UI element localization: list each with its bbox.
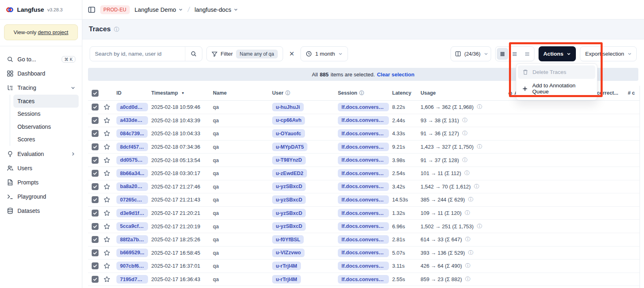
sidebar-item-sessions[interactable]: Sessions (13, 108, 79, 121)
table-row[interactable]: a0cd0d9...2025-02-18 10:59:46qau-huJhuJi… (88, 101, 640, 114)
trace-id-badge[interactable]: 5cca9cf2... (116, 222, 148, 231)
bookmark-star-icon[interactable] (103, 157, 116, 164)
info-icon[interactable]: ⓘ (462, 117, 468, 124)
trace-id-badge[interactable]: 8dcf4574... (116, 143, 148, 151)
menu-item-delete-traces[interactable]: Delete Traces (518, 65, 595, 79)
sidebar-item-prompts[interactable]: Prompts (3, 175, 79, 189)
table-row[interactable]: 88f2a7b0...2025-02-17 18:25:26qau-f0YfBS… (88, 233, 640, 247)
column-header-timestamp[interactable]: Timestamp▼ (151, 90, 213, 96)
row-height-medium-icon[interactable] (509, 48, 520, 60)
user-badge[interactable]: u-yzSBxcD (272, 209, 306, 217)
trace-id-badge[interactable]: ba8a208f... (116, 182, 148, 191)
sidebar-item-scores[interactable]: Scores (13, 133, 79, 146)
info-icon[interactable]: ⓘ (465, 210, 470, 217)
trace-id-badge[interactable]: a0cd0d9... (116, 103, 148, 111)
bookmark-star-icon[interactable] (103, 262, 116, 269)
column-header--c[interactable]: # c (628, 90, 640, 96)
session-badge[interactable]: lf.docs.conversation... (338, 195, 389, 204)
column-header-session[interactable]: Sessionⓘ (338, 90, 392, 96)
info-icon[interactable]: ⓘ (465, 236, 470, 243)
row-checkbox[interactable] (88, 223, 103, 230)
table-row[interactable]: dd05753...2025-02-18 05:13:54qau-T98YnzD… (88, 154, 640, 167)
trace-id-badge[interactable]: 907cbf6e... (116, 262, 148, 270)
bookmark-star-icon[interactable] (103, 210, 116, 217)
info-icon[interactable]: ⓘ (477, 104, 482, 110)
sidebar-item-observations[interactable]: Observations (13, 120, 79, 133)
row-checkbox[interactable] (88, 276, 103, 283)
clear-selection-link[interactable]: Clear selection (377, 71, 414, 78)
row-checkbox[interactable] (88, 210, 103, 217)
session-badge[interactable]: lf.docs.conversation... (338, 182, 389, 191)
select-all-checkbox[interactable] (88, 90, 103, 97)
column-header-user[interactable]: Userⓘ (272, 90, 338, 96)
actions-button[interactable]: Actions (539, 46, 576, 61)
session-badge[interactable]: lf.docs.conversation... (338, 129, 389, 138)
bookmark-star-icon[interactable] (103, 196, 116, 203)
row-height-large-icon[interactable] (522, 48, 533, 60)
session-badge[interactable]: lf.docs.conversation... (338, 249, 389, 257)
breadcrumb-project[interactable]: langfuse-docs (195, 6, 238, 13)
demo-project-link[interactable]: demo project (38, 29, 68, 35)
user-badge[interactable]: u-MYpDAT5 (272, 143, 307, 151)
user-badge[interactable]: u-T98YnzD (272, 156, 306, 165)
bookmark-star-icon[interactable] (103, 276, 116, 283)
user-badge[interactable]: u-OYauofc (272, 129, 305, 138)
session-badge[interactable]: lf.docs.conversation... (338, 209, 389, 217)
bookmark-star-icon[interactable] (103, 183, 116, 190)
bookmark-star-icon[interactable] (103, 223, 116, 230)
table-row[interactable]: b669529...2025-02-17 16:58:45qau-VIZzvwo… (88, 247, 640, 260)
row-checkbox[interactable] (88, 117, 103, 124)
export-selection-button[interactable]: Export selection (580, 46, 637, 61)
user-badge[interactable]: u-yzSBxcD (272, 195, 306, 204)
session-badge[interactable]: lf.docs.conversation... (338, 103, 389, 111)
sidebar-item-dashboard[interactable]: Dashboard (3, 66, 79, 80)
table-row[interactable]: 907cbf6e...2025-02-17 16:37:01qau-rTrjI4… (88, 260, 640, 273)
bookmark-star-icon[interactable] (103, 130, 116, 137)
row-height-small-icon[interactable] (497, 48, 508, 60)
row-checkbox[interactable] (88, 143, 103, 150)
columns-button[interactable]: (24/36) (451, 46, 491, 61)
row-checkbox[interactable] (88, 183, 103, 190)
session-badge[interactable]: lf.docs.conversation... (338, 169, 389, 178)
table-row[interactable]: a433de51...2025-02-18 10:43:39qau-cp66Av… (88, 114, 640, 128)
user-badge[interactable]: u-rTrjI4M (272, 275, 301, 284)
row-checkbox[interactable] (88, 249, 103, 256)
row-checkbox[interactable] (88, 196, 103, 203)
row-checkbox[interactable] (88, 130, 103, 137)
sidebar-item-datasets[interactable]: Datasets (3, 204, 79, 218)
column-header-usage[interactable]: Usage (421, 90, 508, 96)
session-badge[interactable]: lf.docs.conversation... (338, 222, 389, 231)
table-row[interactable]: 5cca9cf2...2025-02-17 21:20:19qau-yzSBxc… (88, 220, 640, 233)
info-icon[interactable]: ⓘ (477, 223, 482, 230)
bookmark-star-icon[interactable] (103, 104, 116, 110)
sidebar-item-traces[interactable]: Traces (13, 95, 79, 108)
column-header-name[interactable]: Name (213, 90, 272, 96)
session-badge[interactable]: lf.docs.conversation... (338, 235, 389, 244)
row-checkbox[interactable] (88, 104, 103, 110)
bookmark-star-icon[interactable] (103, 170, 116, 177)
column-header-id[interactable]: ID (116, 90, 151, 96)
session-badge[interactable]: lf.docs.conversation... (338, 275, 389, 284)
bookmark-star-icon[interactable] (103, 236, 116, 243)
bookmark-star-icon[interactable] (103, 249, 116, 256)
table-row[interactable]: 07265c7a...2025-02-17 21:21:43qau-yzSBxc… (88, 193, 640, 207)
table-row[interactable]: ba8a208f...2025-02-17 21:27:46qau-yzSBxc… (88, 180, 640, 194)
user-badge[interactable]: u-f0YfBSL (272, 235, 304, 244)
user-badge[interactable]: u-huJhuJi (272, 103, 304, 111)
clear-filter-icon[interactable]: ✕ (287, 50, 296, 58)
sidebar-item-playground[interactable]: Playground (3, 189, 79, 204)
search-icon[interactable] (185, 47, 202, 61)
sidebar-item-tracing[interactable]: Tracing (3, 80, 79, 95)
row-checkbox[interactable] (88, 262, 103, 269)
user-badge[interactable]: u-cp66Avh (272, 116, 305, 125)
info-icon[interactable]: ⓘ (477, 143, 482, 150)
table-row[interactable]: 8dcf4574...2025-02-18 07:34:36qau-MYpDAT… (88, 141, 640, 154)
trace-id-badge[interactable]: a433de51... (116, 116, 148, 125)
info-icon[interactable]: ⓘ (464, 170, 470, 177)
sidebar-item-goto[interactable]: Go to...⌘ K (3, 52, 79, 66)
user-badge[interactable]: u-zEwdED2 (272, 169, 307, 178)
timerange-button[interactable]: 1 month (301, 46, 348, 61)
row-checkbox[interactable] (88, 170, 103, 177)
trace-id-badge[interactable]: dd05753... (116, 156, 148, 165)
info-icon[interactable]: ⓘ (465, 262, 470, 269)
